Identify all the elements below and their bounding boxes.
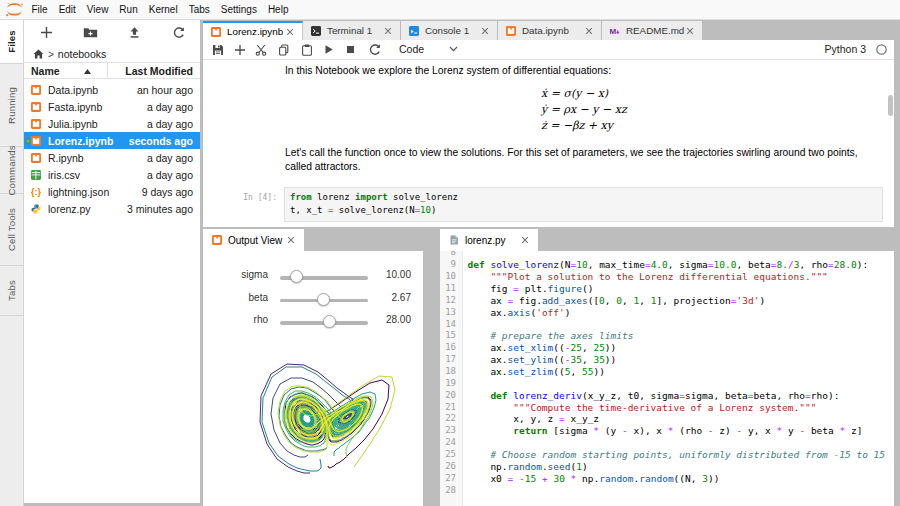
kernel-status-icon[interactable] [876,44,887,55]
tab-data-ipynb[interactable]: Data.ipynb [498,21,602,40]
close-icon[interactable] [521,236,529,244]
tab-terminal-1[interactable]: Terminal 1 [303,21,401,40]
column-header-last-modified[interactable]: Last Modified [125,65,193,77]
notebook-scrollbar-thumb[interactable] [888,95,894,116]
file-name: iris.csv [48,169,80,181]
stop-icon [346,45,355,54]
sidebar-tab-label: Tabs [6,280,17,301]
tab-label: Data.ipynb [522,25,569,36]
file-row-iris.csv[interactable]: iris.csva day ago [24,166,200,183]
refresh-files-button[interactable] [170,25,186,41]
editor-line-12: 12 ax = fig.add_axes([0, 0, 1, 1], proje… [440,295,894,307]
menu-file[interactable]: File [26,0,53,19]
tab-lorenz-ipynb[interactable]: Lorenz.ipynb [203,21,303,40]
line-code: """Plot a solution to the Lorenz differe… [463,271,828,283]
tab-label: Lorenz.ipynb [227,26,283,37]
upload-button[interactable] [126,25,142,41]
file-row-lightning.json[interactable]: {:}lightning.json9 days ago [24,183,200,200]
file-name: Julia.ipynb [48,118,98,130]
chevron-down-icon[interactable] [449,46,458,52]
sidebar-tab-strip: FilesRunningCommandsCell ToolsTabs [0,20,24,506]
equation-line: ẋ = σ(y − x) [541,86,627,102]
run-cell-button[interactable] [320,40,338,59]
file-browser-panel: > notebooks Name Last Modified Data.ipyn… [24,20,200,503]
line-code: ax.axis('off') [463,307,571,319]
close-icon[interactable] [384,27,392,35]
menu-run[interactable]: Run [114,0,143,19]
column-divider [107,63,108,79]
tab-readme-md[interactable]: MREADME.md [602,21,703,40]
interrupt-kernel-button[interactable] [341,40,359,59]
menu-edit[interactable]: Edit [53,0,81,19]
new-folder-button[interactable] [82,25,98,41]
notebook-icon [506,26,516,36]
line-number: 19 [440,378,463,390]
line-number: 8 [440,251,463,259]
file-modified: a day ago [147,169,193,181]
kernel-name[interactable]: Python 3 [825,40,866,59]
line-number: 12 [440,295,463,307]
new-launcher-button[interactable] [38,25,54,41]
column-header-name[interactable]: Name [31,65,60,77]
menu-tabs[interactable]: Tabs [183,0,215,19]
file-name: R.ipynb [48,152,84,164]
tab-output-view[interactable]: Output View [203,229,304,251]
file-name: Data.ipynb [48,84,98,96]
file-row-julia.ipynb[interactable]: Julia.ipynba day ago [24,115,200,132]
close-icon[interactable] [286,28,294,36]
slider-value: 2.67 [370,292,411,303]
close-icon[interactable] [686,27,694,35]
line-code: x0 = -15 + 30 * np.random.random((N, 3)) [463,473,719,485]
slider-label: beta [203,292,268,303]
slider-handle[interactable] [323,315,336,328]
file-row-lorenz.ipynb[interactable]: Lorenz.ipynbseconds ago [24,132,200,149]
file-list: Data.ipynban hour agoFasta.ipynba day ag… [24,81,200,217]
refresh-icon [368,43,381,56]
sidebar-tab-tabs[interactable]: Tabs [0,266,23,316]
breadcrumb-folder[interactable]: notebooks [58,48,106,60]
tab-lorenz-py[interactable]: lorenz.py [440,229,538,251]
sidebar-tab-label: Running [6,87,17,124]
tab-label: Terminal 1 [327,25,372,36]
slider-handle[interactable] [317,293,330,306]
home-icon[interactable] [33,49,44,59]
line-code: # Choose random starting points, uniform… [463,449,885,461]
menu-help[interactable]: Help [262,0,294,19]
slider-handle[interactable] [290,270,303,283]
code-editor[interactable]: 89def solve_lorenz(N=10, max_time=4.0, s… [440,251,894,506]
editor-line-16: 16 ax.set_xlim((-25, 25)) [440,342,894,354]
notebook-file-icon [31,119,41,129]
restart-kernel-button[interactable] [365,40,383,59]
file-modified: seconds ago [129,135,193,147]
markdown-text-line: Let's call the function once to view the… [285,147,858,158]
paste-cells-button[interactable] [298,40,316,59]
menu-kernel[interactable]: Kernel [143,0,183,19]
breadcrumb: > notebooks [33,45,106,63]
copy-cells-button[interactable] [275,40,293,59]
sidebar-tab-cell-tools[interactable]: Cell Tools [0,194,23,266]
cut-cells-button[interactable] [252,40,270,59]
sidebar-tab-commands[interactable]: Commands [0,147,23,194]
close-icon[interactable] [585,27,593,35]
menu-view[interactable]: View [81,0,114,19]
code-cell-input[interactable]: from lorenz import solve_lorenzt, x_t = … [284,187,883,222]
svg-text:M: M [610,27,617,36]
file-row-lorenz.py[interactable]: lorenz.py3 minutes ago [24,200,200,217]
close-icon[interactable] [287,236,295,244]
file-row-fasta.ipynb[interactable]: Fasta.ipynba day ago [24,98,200,115]
close-icon[interactable] [481,27,489,35]
file-name: Lorenz.ipynb [48,135,113,147]
add-cell-button[interactable] [231,40,249,59]
tab-console-1[interactable]: Console 1 [401,21,498,40]
file-modified: 3 minutes ago [127,203,193,215]
line-code: return [sigma * (y - x), x * (rho - z) -… [463,425,862,437]
file-row-r.ipynb[interactable]: R.ipynba day ago [24,149,200,166]
sidebar-tab-files[interactable]: Files [0,20,23,64]
editor-line-25: 25 # Choose random starting points, unif… [440,449,894,461]
cell-type-dropdown[interactable]: Code [399,40,424,59]
file-row-data.ipynb[interactable]: Data.ipynban hour ago [24,81,200,98]
menu-settings[interactable]: Settings [215,0,262,19]
save-button[interactable] [209,40,227,59]
sidebar-tab-running[interactable]: Running [0,64,23,147]
notebook-document[interactable]: In this Notebook we explore the Lorenz s… [203,60,894,227]
